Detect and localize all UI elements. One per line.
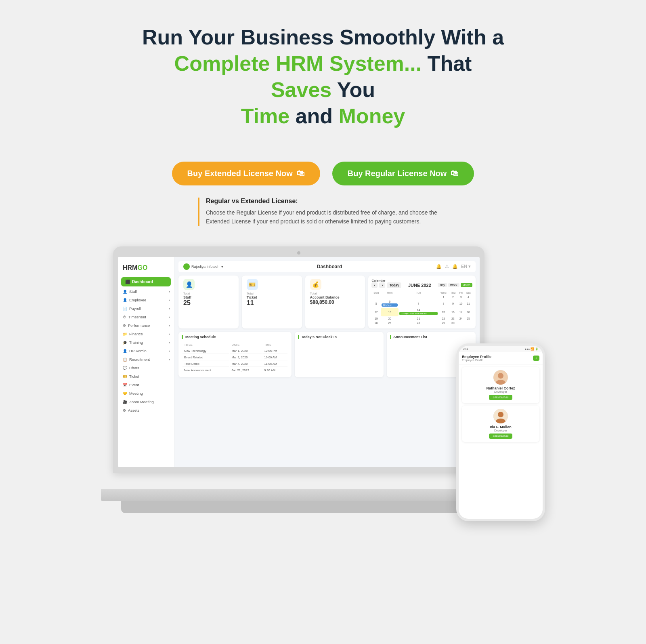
sidebar-item-staff[interactable]: 👤Staff › [118,287,174,296]
sidebar-item-dashboard[interactable]: ⬛ Dashboard [121,277,171,286]
meeting-table: TITLE DATE TIME New Technology Mar 1, 20… [182,341,288,374]
calendar-widget: Calendar ‹ › Today JUNE 2022 Day [368,276,476,328]
svg-point-4 [498,412,503,417]
svg-point-1 [498,373,503,379]
stat-value-staff: 25 [183,299,234,307]
laptop-bottom [121,501,476,513]
notification-icon[interactable]: 🔔 [436,264,442,269]
app-topbar: Rajodiya Infotech ▾ Dashboard 🔔 ⚠ 🔔 EN ▾ [178,261,476,272]
license-note: Regular vs Extended License: Choose the … [198,198,448,226]
cal-day-btn[interactable]: Day [438,283,447,287]
company-selector[interactable]: Rajodiya Infotech ▾ [183,263,223,270]
cta-buttons: Buy Extended License Now 🛍 Buy Regular L… [172,162,474,185]
phone-app-title: Employee Profile [462,355,491,359]
stat-icon-ticket: 🎫 [247,279,258,290]
chevron-right-icon: › [169,315,170,319]
cal-header-thu: Thu [449,290,457,295]
performance-icon: ⚙ [123,324,126,328]
cart-icon: 🛍 [297,169,305,178]
employee-action-btn-1[interactable]: ########## [489,395,513,400]
cal-today-button[interactable]: Today [387,282,401,288]
announcement-title: Announcement List [390,335,472,339]
meeting-col-title: TITLE [182,342,229,347]
stat-card-balance: 💰 Total Account Balance $88,850.00 [305,276,365,328]
sidebar-item-employee[interactable]: 👤Employee › [118,296,174,304]
chevron-right-icon: › [169,340,170,345]
cal-header-wed: Wed [438,290,449,295]
cal-header-fri: Fri [457,290,464,295]
buy-extended-button[interactable]: Buy Extended License Now 🛍 [172,162,320,185]
ticket-icon: 🎫 [123,375,127,379]
calendar-navigation: ‹ › Today [371,282,401,288]
phone-action-button[interactable]: + [533,356,539,361]
cal-event-2: 10:30p Dolor edit est elit [399,312,438,315]
sidebar-item-chats[interactable]: 💬Chats [118,364,174,372]
employee-name-2: Ida F. Mullen [490,425,512,429]
stat-card-staff: 👤 Total Staff 25 [178,276,239,328]
laptop-mockup: HRMGO ⬛ Dashboard 👤Staff › 👤Employee › [101,246,497,513]
sidebar-item-meeting[interactable]: 🤝Meeting [118,389,174,398]
cal-next-button[interactable]: › [379,282,385,288]
app-logo: HRMGO [118,261,174,276]
sidebar-item-assets[interactable]: ⚙Assets [118,406,174,415]
sidebar-item-recruitment[interactable]: 📋Recruitment › [118,355,174,364]
chevron-right-icon: › [169,323,170,328]
cal-header-mon: Mon [381,290,399,295]
phone-topbar: Employee Profile Employee Profile + [459,352,543,364]
meeting-icon: 🤝 [123,391,127,396]
user-menu[interactable]: EN ▾ [461,264,471,269]
employee-avatar-1 [493,370,508,385]
sidebar-item-payroll[interactable]: 📄Payroll › [118,304,174,313]
calendar-view-selector: Day Week Month [438,283,472,287]
sidebar-item-finance[interactable]: 📁Finance › [118,330,174,338]
stat-title-ticket: Ticket [247,295,297,299]
hero-section: Run Your Business Smoothly With a Comple… [141,24,505,129]
company-avatar [183,263,190,270]
table-row: Event Related Mar 2, 2020 10:00 AM [182,355,287,360]
finance-icon: 📁 [123,332,127,336]
sidebar-item-performance[interactable]: ⚙Performance › [118,321,174,330]
payroll-icon: 📄 [123,307,127,311]
phone-app-subtitle: Employee Profile [462,359,491,362]
alert-icon[interactable]: ⚠ [445,264,449,269]
cal-week-btn[interactable]: Week [448,283,459,287]
laptop-screen-inner: HRMGO ⬛ Dashboard 👤Staff › 👤Employee › [118,257,480,467]
timesheet-icon: ⏱ [123,315,126,319]
sidebar-item-hradmin[interactable]: 👤HR Admin › [118,347,174,355]
bell-icon[interactable]: 🔔 [452,264,458,269]
sidebar-item-zoom[interactable]: 🎥Zoom Meeting [118,398,174,406]
employee-role-1: Developer [494,390,507,393]
chats-icon: 💬 [123,366,127,370]
sidebar-item-training[interactable]: 🎓Training › [118,338,174,347]
table-row: New Announcement Jan 21, 2022 9:30 AM [182,368,287,373]
stat-title-staff: Staff [183,295,234,299]
sidebar-item-event[interactable]: 📅Event [118,381,174,389]
sidebar-item-ticket[interactable]: 🎫Ticket [118,372,174,381]
sidebar-item-timesheet[interactable]: ⏱Timesheet › [118,313,174,321]
training-icon: 🎓 [123,341,127,345]
clockin-title: Today's Not Clock In [298,335,380,339]
cal-header-tue: Tue [399,290,438,295]
stat-cards-row: 👤 Total Staff 25 🎫 Total Ticket 11 [178,276,476,328]
cal-header-sun: Sun [371,290,381,295]
main-content-area: Rajodiya Infotech ▾ Dashboard 🔔 ⚠ 🔔 EN ▾ [174,257,480,467]
cal-week-3: 12 13 1410:30p Dolor edit est elit 15161… [371,308,472,316]
calendar-month-label: JUNE 2022 [408,283,431,288]
employee-avatar-2 [493,409,508,423]
meeting-col-time: TIME [262,342,287,347]
hradmin-icon: 👤 [123,349,127,353]
buy-regular-button[interactable]: Buy Regular License Now 🛍 [332,162,474,185]
devices-section: HRMGO ⬛ Dashboard 👤Staff › 👤Employee › [101,246,545,529]
cal-prev-button[interactable]: ‹ [371,282,378,288]
clockin-panel: Today's Not Clock In [295,332,384,377]
employee-name-1: Nathaniel Cortez [486,386,515,390]
chevron-right-icon: › [169,298,170,302]
employee-card-1: Nathaniel Cortez Developer ########## [462,367,539,403]
employee-action-btn-2[interactable]: ########## [489,434,513,439]
cart-icon-2: 🛍 [451,169,459,178]
staff-icon: 👤 [123,290,127,294]
stat-value-ticket: 11 [247,299,297,307]
chevron-right-icon: › [169,306,170,311]
employee-card-2: Ida F. Mullen Developer ########## [462,406,539,442]
cal-month-btn[interactable]: Month [461,283,472,287]
